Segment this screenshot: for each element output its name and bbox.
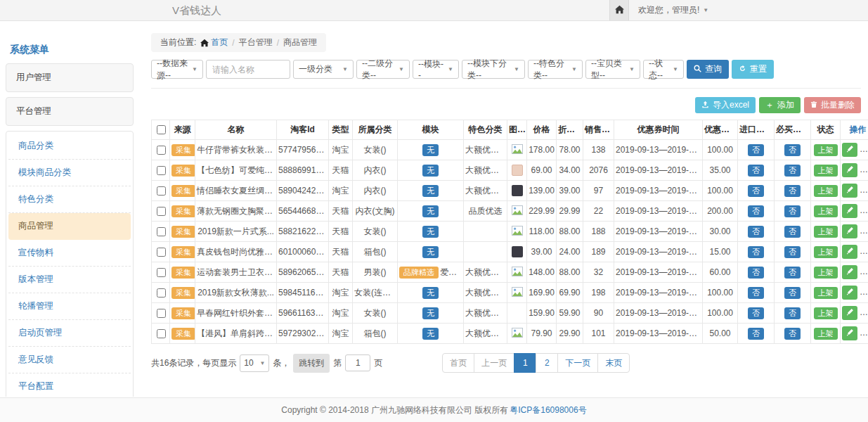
- import-select-toggle[interactable]: 否: [748, 144, 764, 156]
- status-badge[interactable]: 上架: [814, 185, 838, 197]
- must-buy-toggle[interactable]: 否: [784, 205, 801, 217]
- sidebar-subitem-9[interactable]: 启动页管理: [8, 320, 131, 347]
- sidebar-subitem-11[interactable]: 平台配置: [8, 373, 131, 397]
- edit-button[interactable]: [842, 326, 857, 340]
- add-button[interactable]: ＋ 添加: [759, 97, 801, 113]
- must-buy-toggle[interactable]: 否: [784, 144, 801, 156]
- import-excel-button[interactable]: 导入excel: [695, 97, 756, 113]
- icon-cell: [507, 324, 527, 344]
- filter-select-5[interactable]: --特色分类--▼: [528, 60, 583, 79]
- name-search-input[interactable]: [206, 60, 290, 79]
- row-checkbox[interactable]: [157, 207, 166, 216]
- page-number-input[interactable]: [345, 354, 370, 371]
- feature-category: [464, 222, 507, 242]
- user-menu[interactable]: 欢迎您，管理员! ▼: [638, 4, 708, 16]
- row-checkbox[interactable]: [157, 288, 166, 298]
- select-all-checkbox[interactable]: [157, 125, 166, 134]
- must-buy-toggle[interactable]: 否: [784, 328, 801, 340]
- pagination: 共16条记录，每页显示 10 ▼ 条， 跳转到 第 页 首页上一页12下一页末页: [151, 353, 861, 373]
- status-badge[interactable]: 上架: [814, 307, 838, 319]
- jump-button[interactable]: 跳转到: [293, 354, 330, 373]
- status-badge[interactable]: 上架: [814, 144, 838, 156]
- edit-button[interactable]: [842, 184, 857, 198]
- filter-select-0[interactable]: --数据来源--▼: [151, 60, 203, 79]
- import-select-toggle[interactable]: 否: [748, 165, 764, 177]
- import-select-toggle[interactable]: 否: [748, 185, 764, 197]
- edit-button[interactable]: [842, 306, 857, 320]
- sidebar-subitem-4[interactable]: 特色分类: [8, 186, 131, 213]
- sidebar-subitem-5[interactable]: 商品管理: [8, 213, 131, 240]
- batch-delete-button[interactable]: 批量删除: [804, 97, 861, 113]
- edit-button[interactable]: [842, 204, 857, 218]
- sidebar-item-1[interactable]: 平台管理: [6, 97, 134, 126]
- edit-button[interactable]: [842, 286, 857, 300]
- per-page-select[interactable]: 10 ▼: [240, 354, 269, 372]
- row-checkbox[interactable]: [157, 146, 166, 155]
- product-thumbnail: [512, 185, 523, 196]
- import-select-toggle[interactable]: 否: [748, 267, 764, 279]
- breadcrumb-home-link[interactable]: 首页: [200, 37, 228, 49]
- taoke-id: 597293020870: [277, 324, 329, 344]
- import-select-toggle[interactable]: 否: [748, 307, 764, 319]
- row-checkbox[interactable]: [157, 186, 166, 196]
- row-checkbox[interactable]: [157, 329, 166, 338]
- status-badge[interactable]: 上架: [814, 205, 838, 217]
- import-select-toggle[interactable]: 否: [748, 287, 764, 299]
- filter-select-3[interactable]: --模块--▼: [413, 60, 459, 79]
- status-badge[interactable]: 上架: [814, 226, 838, 238]
- must-buy-toggle[interactable]: 否: [784, 246, 801, 258]
- must-buy-toggle[interactable]: 否: [784, 287, 801, 299]
- status-badge[interactable]: 上架: [814, 246, 838, 258]
- row-checkbox[interactable]: [157, 268, 166, 277]
- row-checkbox[interactable]: [157, 227, 166, 236]
- must-buy-toggle[interactable]: 否: [784, 267, 801, 279]
- home-button[interactable]: [609, 0, 629, 20]
- sidebar-subitem-7[interactable]: 版本管理: [8, 267, 131, 293]
- status-badge[interactable]: 上架: [814, 287, 838, 299]
- must-buy-toggle[interactable]: 否: [784, 307, 801, 319]
- product-name: 【港风】单肩斜跨链条...: [195, 324, 277, 344]
- edit-button[interactable]: [842, 265, 857, 279]
- edit-button[interactable]: [842, 245, 857, 259]
- page-button-2[interactable]: 1: [514, 353, 536, 373]
- status-badge[interactable]: 上架: [814, 267, 838, 279]
- filter-select-7[interactable]: --状态--▼: [643, 60, 684, 79]
- page-button-4[interactable]: 下一页: [557, 353, 598, 373]
- edit-button[interactable]: [842, 143, 857, 157]
- sidebar-subitem-2[interactable]: 商品分类: [8, 133, 131, 160]
- filter-select-4[interactable]: --模块下分类--▼: [462, 60, 525, 79]
- import-select-toggle[interactable]: 否: [748, 226, 764, 238]
- sidebar-subitem-3[interactable]: 模块商品分类: [8, 160, 131, 186]
- row-checkbox[interactable]: [157, 248, 166, 257]
- must-buy-toggle[interactable]: 否: [784, 226, 801, 238]
- must-buy-cell: 否: [775, 181, 811, 201]
- sidebar-subitem-8[interactable]: 轮播管理: [8, 293, 131, 320]
- sidebar-subitem-6[interactable]: 宣传物料: [8, 240, 131, 267]
- filter-select-6[interactable]: --宝贝类型--▼: [585, 60, 640, 79]
- filter-select-2[interactable]: --二级分类--▼: [356, 60, 410, 79]
- edit-button[interactable]: [842, 224, 857, 238]
- must-buy-toggle[interactable]: 否: [784, 185, 801, 197]
- must-buy-toggle[interactable]: 否: [784, 165, 801, 177]
- page-button-5[interactable]: 末页: [597, 353, 630, 373]
- product-name: 早春网红针织外套女春...: [195, 303, 277, 324]
- sidebar-subitem-10[interactable]: 意见反馈: [8, 347, 131, 373]
- page-button-3[interactable]: 2: [536, 353, 558, 373]
- filter-select-1[interactable]: 一级分类▼: [293, 60, 354, 79]
- page-button-1[interactable]: 上一页: [474, 353, 514, 373]
- page-button-0[interactable]: 首页: [442, 353, 474, 373]
- module-cell: 无: [398, 242, 464, 262]
- edit-button[interactable]: [842, 163, 857, 177]
- category: 女装(): [353, 222, 398, 242]
- search-button[interactable]: 查询: [687, 60, 729, 79]
- status-badge[interactable]: 上架: [814, 328, 838, 340]
- row-checkbox[interactable]: [157, 166, 166, 175]
- sidebar-item-0[interactable]: 用户管理: [6, 63, 134, 92]
- status-badge[interactable]: 上架: [814, 165, 838, 177]
- import-select-toggle[interactable]: 否: [748, 328, 764, 340]
- import-select-toggle[interactable]: 否: [748, 205, 764, 217]
- icp-link[interactable]: 粤ICP备16098006号: [510, 404, 586, 416]
- reset-button[interactable]: 重置: [732, 60, 774, 79]
- row-checkbox[interactable]: [157, 309, 166, 318]
- import-select-toggle[interactable]: 否: [748, 246, 764, 258]
